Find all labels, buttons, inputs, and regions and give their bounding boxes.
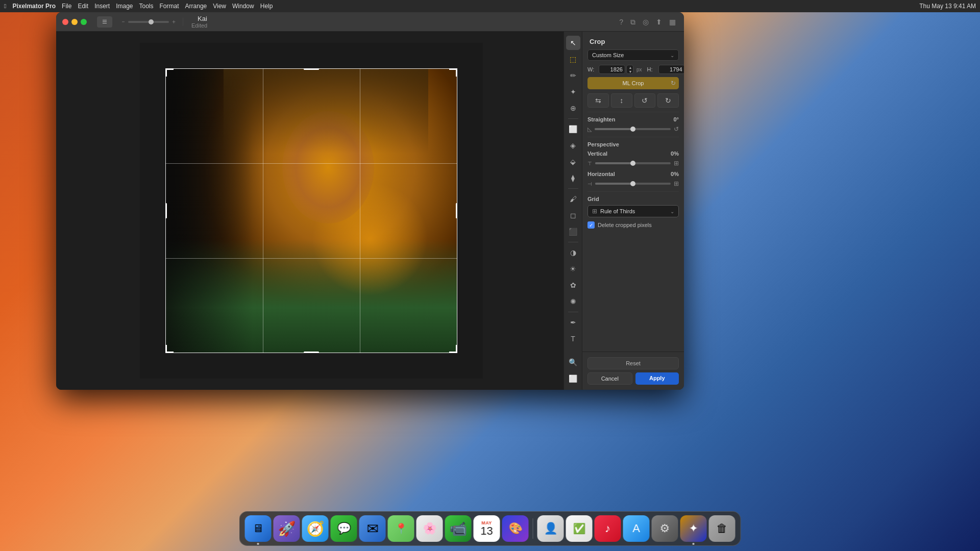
dock-music[interactable]: ♪ [595,515,621,542]
rotate-ccw-button[interactable]: ↺ [634,93,656,108]
image-menu[interactable]: Image [116,3,133,10]
fullscreen-button[interactable] [81,19,87,25]
width-input[interactable] [599,65,625,74]
dock-facetime[interactable]: 📹 [445,515,472,542]
dock-appstore[interactable]: A [623,515,650,542]
format-menu[interactable]: Format [160,3,179,10]
titlebar: － ＋ Kai Edited ? ⧉ ◎ ⬆ ▦ [56,12,684,32]
apple-menu[interactable]:  [4,3,6,10]
window-menu[interactable]: Window [232,3,254,10]
smart-select-button[interactable]: ◈ [566,138,580,153]
file-menu[interactable]: File [62,3,71,10]
reset-button[interactable]: Reset [587,357,679,369]
arrange-icon[interactable]: ▦ [669,18,676,26]
zoom-out-icon[interactable]: － [120,18,126,26]
pen-tool-button[interactable]: ✒ [566,315,580,330]
retouch-button[interactable]: ✿ [566,278,580,292]
fill-tool-button[interactable]: ⬛ [566,224,580,239]
zoom-slider[interactable] [128,21,169,23]
zoom-tool-button[interactable]: 🔍 [566,355,580,369]
dock-launchpad[interactable]: 🚀 [274,515,300,542]
straighten-label: Straighten [587,116,615,122]
dock-pixelmator-pro[interactable]: ✦ [680,515,707,542]
help-menu[interactable]: Help [260,3,273,10]
tools-menu[interactable]: Tools [139,3,154,10]
vertical-reset-icon[interactable]: ⊞ [674,160,679,167]
straighten-slider[interactable] [595,128,671,130]
width-up[interactable]: ▲ [627,65,633,69]
zoom-in-icon[interactable]: ＋ [171,18,177,26]
help-icon[interactable]: ? [619,18,623,26]
dock-settings[interactable]: ⚙ [652,515,678,542]
quick-select-button[interactable]: ⬙ [566,155,580,169]
select-tool-button[interactable]: ↖ [566,36,580,50]
delete-pixels-checkbox[interactable]: ✓ [587,221,595,229]
layers-icon[interactable]: ⧉ [630,18,635,27]
dock-finder[interactable]: 🖥 [245,515,272,542]
action-buttons: Cancel Apply [587,372,679,385]
straighten-reset-icon[interactable]: ↺ [674,126,679,133]
arrange-menu[interactable]: Arrange [185,3,207,10]
straighten-value: 0° [673,116,679,122]
close-button[interactable] [62,19,68,25]
flip-horizontal-button[interactable]: ⇆ [587,93,609,108]
vertical-value: 0% [671,151,679,157]
horizontal-slider[interactable] [595,183,671,185]
cancel-button[interactable]: Cancel [587,372,632,385]
selection-tool-button[interactable]: ⬜ [566,122,580,136]
type-tool-button[interactable]: T [566,332,580,346]
dock-photos[interactable]: 🌸 [416,515,443,542]
height-input[interactable] [658,65,684,74]
width-stepper[interactable]: ▲ ▼ [626,65,633,74]
width-down[interactable]: ▼ [627,69,633,73]
gradient-tool-button[interactable]: ◑ [566,245,580,260]
delete-pixels-label: Delete cropped pixels [598,222,652,228]
dock-messages[interactable]: 💬 [331,515,357,542]
dock-pixelmator[interactable]: 🎨 [502,515,529,542]
heal-tool-button[interactable]: ✦ [566,85,580,99]
eraser-tool-button[interactable]: ◻ [566,208,580,222]
insert-menu[interactable]: Insert [94,3,110,10]
ml-crop-refresh-icon: ↻ [671,80,676,87]
dock-contacts[interactable]: 👤 [537,515,564,542]
straighten-slider-row: ◺ ↺ [587,126,679,133]
dock-mail[interactable]: ✉ [359,515,386,542]
effects-button[interactable]: ✺ [566,294,580,309]
view-options-icon[interactable]: ◎ [643,18,649,26]
color-adj-button[interactable]: ☀ [566,262,580,276]
ml-crop-button[interactable]: ML Crop ↻ [587,77,679,89]
dock-reminders[interactable]: ✅ [566,515,593,542]
sidebar-toggle-button[interactable] [97,16,112,28]
view-menu[interactable]: View [213,3,226,10]
export-icon[interactable]: ⬆ [656,18,662,26]
transform-tool-button[interactable]: ⬜ [566,371,580,386]
rotate-cw-button[interactable]: ↻ [657,93,679,108]
dock-maps[interactable]: 📍 [388,515,414,542]
minimize-button[interactable] [71,19,78,25]
horizontal-reset-icon[interactable]: ⊞ [674,180,679,187]
crop-container[interactable] [165,68,457,353]
dock-calendar[interactable]: MAY 13 [474,515,500,542]
vertical-section: Vertical 0% [587,151,679,157]
dock-trash[interactable]: 🗑 [709,515,736,542]
brush-tool-button[interactable]: 🖌 [566,192,580,206]
grid-dropdown[interactable]: ⊞ Rule of Thirds ⌄ [587,205,679,217]
apply-button[interactable]: Apply [635,372,679,385]
horizontal-value: 0% [671,171,679,177]
edit-menu[interactable]: Edit [78,3,88,10]
flip-vertical-button[interactable]: ↕ [611,93,632,108]
crop-tool-button[interactable]: ⬚ [566,52,580,66]
mail-icon: ✉ [366,520,378,537]
size-dropdown[interactable]: Custom Size ⌄ [587,49,679,61]
dock-safari[interactable]: 🧭 [302,515,329,542]
clone-tool-button[interactable]: ⊕ [566,101,580,115]
paint-tool-button[interactable]: ✏ [566,68,580,83]
app-name-menu[interactable]: Pixelmator Pro [12,3,56,10]
music-icon: ♪ [605,522,610,535]
trash-icon: 🗑 [717,522,728,535]
horizontal-section: Horizontal 0% [587,171,679,177]
divider-2 [587,137,679,137]
size-dropdown-label: Custom Size [592,52,624,58]
vertical-slider[interactable] [595,162,671,164]
color-picker-button[interactable]: ⧫ [566,171,580,185]
